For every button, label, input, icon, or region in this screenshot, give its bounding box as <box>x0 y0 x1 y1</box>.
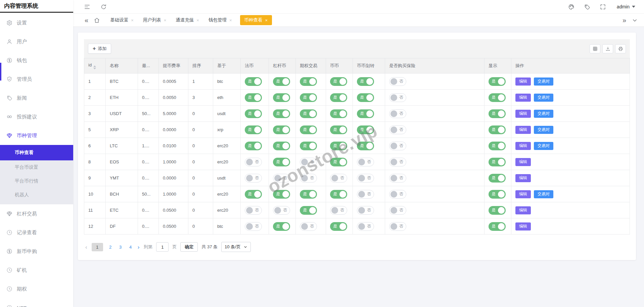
lever-toggle[interactable]: 是 <box>273 125 290 134</box>
pair-button[interactable]: 交易对 <box>534 110 553 118</box>
show-toggle[interactable]: 是 <box>489 206 506 215</box>
edit-button[interactable]: 编辑 <box>515 110 531 118</box>
sidebar-item-settings[interactable]: 设置 <box>0 13 73 32</box>
option-toggle[interactable]: 是 <box>300 142 317 150</box>
scroll-tabs-right-icon[interactable]: » <box>623 17 626 23</box>
fabi-toggle[interactable]: 是 <box>245 190 262 199</box>
option-toggle[interactable]: 是 <box>300 125 317 134</box>
page-button-2[interactable]: 2 <box>108 245 113 250</box>
bibi-toggle[interactable]: 是 <box>330 109 347 118</box>
add-button[interactable]: + 添加 <box>88 44 111 54</box>
confirm-page-button[interactable]: 确定 <box>180 242 198 252</box>
option-toggle[interactable]: 否 <box>300 174 317 183</box>
edit-button[interactable]: 编辑 <box>515 78 531 86</box>
show-toggle[interactable]: 是 <box>489 222 506 231</box>
sidebar-subitem-platform-coin-market[interactable]: 平台币行情 <box>0 174 73 188</box>
lever-toggle[interactable]: 否 <box>273 206 290 215</box>
edit-button[interactable]: 编辑 <box>515 190 531 198</box>
insurance-toggle[interactable]: 否 <box>389 142 406 150</box>
bibi-toggle[interactable]: 是 <box>330 142 347 150</box>
insurance-toggle[interactable]: 否 <box>389 190 406 199</box>
page-button-1[interactable]: 1 <box>92 243 103 251</box>
page-button-4[interactable]: 4 <box>128 245 133 250</box>
pair-button[interactable]: 交易对 <box>534 142 553 150</box>
fabi-toggle[interactable]: 否 <box>245 158 262 166</box>
show-toggle[interactable]: 是 <box>489 77 506 86</box>
print-button[interactable] <box>615 44 626 53</box>
option-toggle[interactable]: 是 <box>300 77 317 86</box>
transfer-toggle[interactable]: 否 <box>357 174 374 183</box>
sidebar-item-feedback[interactable]: 投拆建议 <box>0 107 73 126</box>
option-toggle[interactable]: 否 <box>300 222 317 231</box>
page-jump-input[interactable] <box>156 242 169 252</box>
bibi-toggle[interactable]: 是 <box>330 190 347 199</box>
option-toggle[interactable]: 是 <box>300 109 317 118</box>
sidebar-scrollbar-thumb[interactable] <box>0 63 1 81</box>
sidebar-item-wallet[interactable]: 钱包 <box>0 51 73 70</box>
lever-toggle[interactable]: 是 <box>273 142 290 150</box>
fabi-toggle[interactable]: 是 <box>245 109 262 118</box>
bibi-toggle[interactable]: 否 <box>330 174 347 183</box>
transfer-toggle[interactable]: 否 <box>357 206 374 215</box>
columns-grid-button[interactable] <box>590 44 600 53</box>
lever-toggle[interactable]: 是 <box>273 93 290 102</box>
sidebar-item-nft[interactable]: NFT <box>0 298 73 307</box>
tab-wallet-manage[interactable]: 钱包管理× <box>207 15 233 25</box>
home-icon[interactable] <box>94 17 100 23</box>
transfer-toggle[interactable]: 是 <box>357 109 374 118</box>
edit-button[interactable]: 编辑 <box>515 126 531 134</box>
insurance-toggle[interactable]: 否 <box>389 174 406 183</box>
pair-button[interactable]: 交易对 <box>534 94 553 102</box>
show-toggle[interactable]: 是 <box>489 158 506 166</box>
show-toggle[interactable]: 是 <box>489 93 506 102</box>
tab-basic-settings[interactable]: 基础设置× <box>109 15 135 25</box>
transfer-toggle[interactable]: 是 <box>357 93 374 102</box>
page-button-3[interactable]: 3 <box>118 245 123 250</box>
theme-palette-icon[interactable] <box>568 4 574 10</box>
tab-close-icon[interactable]: × <box>164 18 167 22</box>
edit-button[interactable]: 编辑 <box>515 206 531 214</box>
lever-toggle[interactable]: 是 <box>273 109 290 118</box>
pair-button[interactable]: 交易对 <box>534 190 553 198</box>
sidebar-item-coin-manage[interactable]: 币种管理 <box>0 126 73 145</box>
scroll-tabs-left-icon[interactable]: « <box>85 17 88 23</box>
fabi-toggle[interactable]: 否 <box>245 206 262 215</box>
option-toggle[interactable]: 是 <box>300 93 317 102</box>
show-toggle[interactable]: 是 <box>489 190 506 199</box>
sidebar-item-new-coin-subscribe[interactable]: 新币申购 <box>0 242 73 261</box>
insurance-toggle[interactable]: 否 <box>389 158 406 166</box>
lever-toggle[interactable]: 是 <box>273 222 290 231</box>
bibi-toggle[interactable]: 是 <box>330 158 347 166</box>
collapse-sidebar-icon[interactable] <box>84 4 90 10</box>
transfer-toggle[interactable]: 是 <box>357 142 374 150</box>
fabi-toggle[interactable]: 是 <box>245 142 262 150</box>
insurance-toggle[interactable]: 否 <box>389 125 406 134</box>
bibi-toggle[interactable]: 是 <box>330 125 347 134</box>
insurance-toggle[interactable]: 否 <box>389 77 406 86</box>
tab-close-icon[interactable]: × <box>265 18 268 22</box>
user-menu[interactable]: admin <box>617 4 635 9</box>
fabi-toggle[interactable]: 是 <box>245 77 262 86</box>
fabi-toggle[interactable]: 否 <box>245 174 262 183</box>
bibi-toggle[interactable]: 否 <box>330 206 347 215</box>
edit-button[interactable]: 编辑 <box>515 174 531 182</box>
sidebar-item-admins[interactable]: 管理员 <box>0 70 73 89</box>
col-header-id[interactable]: id <box>84 58 106 73</box>
next-page-icon[interactable]: › <box>137 244 140 250</box>
edit-button[interactable]: 编辑 <box>515 222 531 231</box>
sidebar-subitem-coin-view[interactable]: 币种查看 <box>0 145 73 160</box>
lever-toggle[interactable]: 否 <box>273 174 290 183</box>
sidebar-item-news[interactable]: 新闻 <box>0 89 73 107</box>
transfer-toggle[interactable]: 是 <box>357 125 374 134</box>
sidebar-item-option[interactable]: 期权 <box>0 279 73 298</box>
bibi-toggle[interactable]: 是 <box>330 77 347 86</box>
insurance-toggle[interactable]: 否 <box>389 109 406 118</box>
tab-user-list[interactable]: 用户列表× <box>142 15 168 25</box>
tab-close-icon[interactable]: × <box>131 18 134 22</box>
sidebar-subitem-robot[interactable]: 机器人 <box>0 188 73 202</box>
transfer-toggle[interactable]: 否 <box>357 222 374 231</box>
sidebar-item-users[interactable]: 用户 <box>0 32 73 51</box>
bibi-toggle[interactable]: 是 <box>330 93 347 102</box>
option-toggle[interactable]: 否 <box>300 158 317 166</box>
sidebar-subitem-platform-coin-settings[interactable]: 平台币设置 <box>0 160 73 174</box>
